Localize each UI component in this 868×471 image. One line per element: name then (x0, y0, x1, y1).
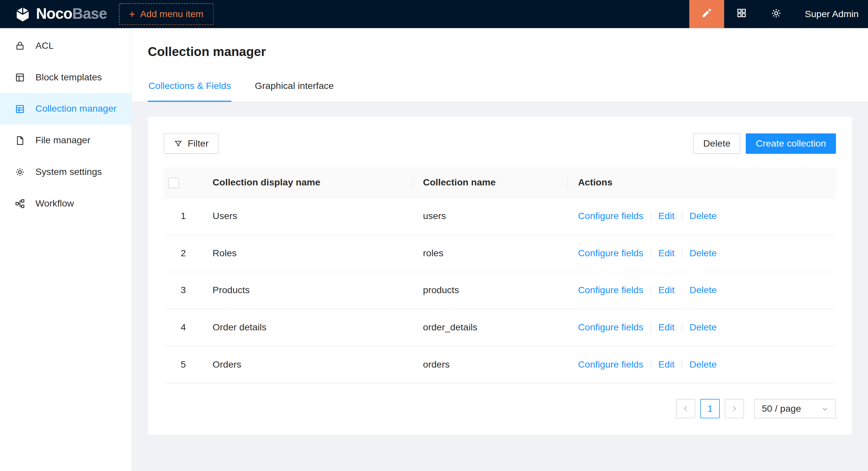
sidebar-item-workflow[interactable]: Workflow (0, 188, 131, 220)
table-row: 1 Users users Configure fieldsEditDelete (164, 198, 836, 235)
configure-fields-link[interactable]: Configure fields (578, 211, 643, 221)
system-settings-button[interactable] (759, 0, 794, 28)
edit-link[interactable]: Edit (658, 211, 675, 221)
action-divider (682, 323, 682, 331)
page-header: Collection manager Collections & Fields … (132, 28, 868, 102)
add-menu-item-button[interactable]: + Add menu item (119, 3, 213, 25)
row-index: 1 (181, 211, 186, 221)
collection-display-name: Orders (213, 359, 241, 370)
delete-link[interactable]: Delete (689, 248, 717, 259)
table-icon (14, 103, 25, 114)
edit-link[interactable]: Edit (658, 285, 675, 296)
configure-fields-link[interactable]: Configure fields (578, 359, 643, 370)
sidebar-item-system-settings[interactable]: System settings (0, 156, 131, 188)
sidebar-item-label: Workflow (36, 198, 74, 209)
chevron-left-icon (682, 403, 688, 414)
pagination-next-button[interactable] (725, 399, 744, 418)
chevron-right-icon (731, 403, 737, 414)
delete-link[interactable]: Delete (689, 359, 717, 370)
tab-bar: Collections & Fields Graphical interface (132, 73, 868, 102)
sidebar-item-label: Block templates (36, 72, 102, 83)
select-all-cell (164, 168, 203, 198)
action-divider (651, 249, 651, 257)
page-size-value: 50 / page (762, 403, 801, 414)
sidebar-item-block-templates[interactable]: Block templates (0, 61, 131, 93)
action-divider (682, 249, 682, 257)
lock-icon (14, 40, 25, 51)
filter-label: Filter (188, 138, 209, 149)
content-area: Filter Delete Create collection (132, 102, 868, 471)
sidebar-item-label: File manager (36, 135, 91, 146)
pagination-prev-button[interactable] (676, 399, 695, 418)
delete-link[interactable]: Delete (689, 285, 717, 296)
configure-fields-link[interactable]: Configure fields (578, 285, 643, 296)
delete-label: Delete (703, 138, 731, 149)
add-menu-item-label: Add menu item (140, 8, 203, 20)
edit-link[interactable]: Edit (658, 248, 675, 259)
current-user[interactable]: Super Admin (794, 8, 868, 20)
nocobase-cube-icon (14, 6, 31, 23)
edit-link[interactable]: Edit (658, 322, 675, 333)
main-area: Collection manager Collections & Fields … (132, 28, 868, 471)
collection-name: users (423, 211, 446, 221)
column-header-name: Collection name (423, 177, 496, 188)
plugins-button[interactable] (724, 0, 759, 28)
action-divider (651, 286, 651, 295)
tab-label: Collections & Fields (148, 81, 231, 91)
brand-name-primary: Noco (36, 6, 72, 22)
table-row: 2 Roles roles Configure fieldsEditDelete (164, 235, 836, 272)
filter-icon (174, 139, 183, 148)
action-divider (682, 212, 682, 220)
table-row: 4 Order details order_details Configure … (164, 309, 836, 346)
column-header-display-name: Collection display name (213, 177, 320, 188)
page-size-select[interactable]: 50 / page (754, 399, 836, 418)
brand-logo[interactable]: NocoBase (0, 6, 119, 23)
grid-icon (736, 8, 747, 21)
sidebar-item-collection-manager[interactable]: Collection manager (0, 93, 131, 125)
collection-display-name: Roles (213, 248, 237, 259)
tab-graphical-interface[interactable]: Graphical interface (254, 73, 335, 101)
table-row: 3 Products products Configure fieldsEdit… (164, 272, 836, 309)
tab-collections-fields[interactable]: Collections & Fields (148, 73, 232, 101)
delete-button[interactable]: Delete (693, 133, 741, 154)
action-divider (682, 286, 682, 295)
collection-name: orders (423, 359, 450, 370)
sidebar-item-label: System settings (36, 166, 102, 177)
row-index: 3 (181, 285, 186, 296)
collection-display-name: Products (213, 285, 250, 296)
configure-fields-link[interactable]: Configure fields (578, 248, 643, 259)
column-header-actions: Actions (578, 177, 613, 188)
table-header-row: Collection display name Collection name … (164, 168, 836, 198)
configure-fields-link[interactable]: Configure fields (578, 322, 643, 333)
chevron-down-icon (822, 405, 828, 412)
collection-display-name: Order details (213, 322, 267, 333)
workflow-icon (14, 198, 25, 208)
edit-link[interactable]: Edit (658, 359, 675, 370)
filter-button[interactable]: Filter (164, 133, 218, 154)
table-row: 5 Orders orders Configure fieldsEditDele… (164, 346, 836, 383)
delete-link[interactable]: Delete (689, 322, 717, 333)
collections-card: Filter Delete Create collection (148, 116, 852, 435)
header-actions: Super Admin (689, 0, 868, 28)
delete-link[interactable]: Delete (689, 211, 717, 221)
sidebar-item-file-manager[interactable]: File manager (0, 125, 131, 156)
brand-name: NocoBase (36, 7, 107, 22)
action-divider (651, 323, 651, 331)
sidebar-item-label: Collection manager (36, 103, 117, 114)
row-index: 5 (181, 359, 186, 370)
collection-display-name: Users (213, 211, 237, 221)
collection-name: order_details (423, 322, 477, 333)
sidebar-item-label: ACL (36, 40, 54, 52)
sidebar-item-acl[interactable]: ACL (0, 30, 131, 62)
action-divider (651, 360, 651, 369)
create-collection-label: Create collection (756, 138, 826, 149)
select-all-checkbox[interactable] (168, 177, 179, 188)
design-mode-button[interactable] (689, 0, 724, 28)
page-title: Collection manager (148, 43, 852, 60)
gear-icon (14, 167, 25, 177)
gear-icon (771, 8, 782, 21)
file-icon (14, 135, 25, 145)
create-collection-button[interactable]: Create collection (746, 133, 836, 154)
pagination-page-1[interactable]: 1 (700, 399, 720, 418)
highlighter-icon (701, 8, 712, 21)
